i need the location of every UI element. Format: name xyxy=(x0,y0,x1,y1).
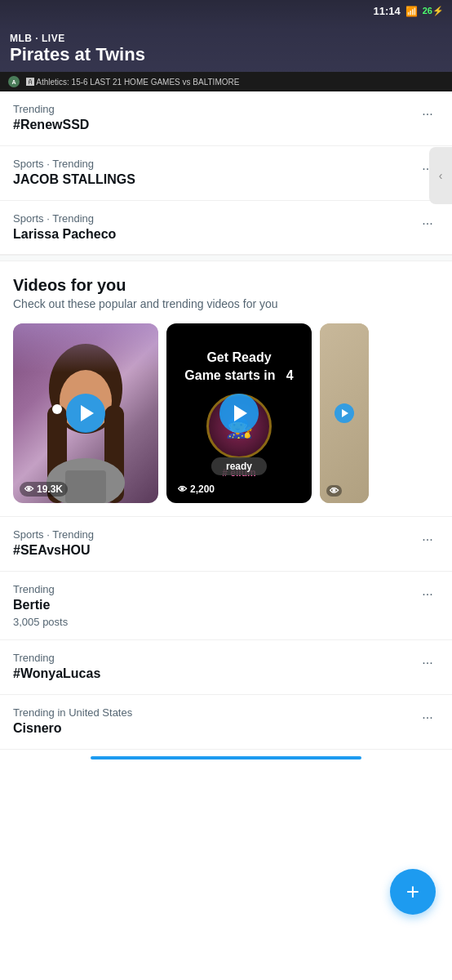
mlb-label: MLB · LIVE xyxy=(10,33,65,44)
videos-section: Videos for you Check out these popular a… xyxy=(0,261,452,517)
trending-item-1[interactable]: Trending #RenewSSD ··· xyxy=(0,91,452,146)
trending-category-2: Sports · Trending xyxy=(13,158,416,170)
time-display: 11:14 xyxy=(374,5,401,17)
ticker-text: 🅰 Athletics: 15-6 LAST 21 HOME GAMES vs … xyxy=(26,78,239,87)
header-banner: 11:14 📶 26⚡ MLB · LIVE Pirates at Twins xyxy=(0,0,452,72)
more-button-4[interactable]: ··· xyxy=(416,528,439,551)
more-button-3[interactable]: ··· xyxy=(416,212,439,235)
view-count-1: 👁 19.3K xyxy=(20,482,68,497)
videos-header: Videos for you Check out these popular a… xyxy=(0,274,452,314)
trending-item-4[interactable]: Sports · Trending #SEAvsHOU ··· xyxy=(0,517,452,572)
view-count-2: 👁 2,200 xyxy=(173,482,219,497)
trending-title-5: Bertie xyxy=(13,597,416,614)
status-bar: 11:14 📶 26⚡ xyxy=(374,5,445,17)
trending-category-1: Trending xyxy=(13,103,416,115)
battery-display: 26⚡ xyxy=(423,6,444,16)
video-card-3[interactable]: 👁 xyxy=(320,323,369,503)
trending-category-6: Trending xyxy=(13,652,416,664)
more-button-1[interactable]: ··· xyxy=(416,103,439,126)
trending-category-7: Trending in United States xyxy=(13,706,416,719)
ready-button[interactable]: ready xyxy=(211,457,267,475)
mlb-live-badge[interactable]: MLB · LIVE xyxy=(10,33,442,44)
videos-title: Videos for you xyxy=(13,274,439,296)
trending-item-7[interactable]: Trending in United States Cisnero ··· xyxy=(0,695,452,750)
view-count-3: 👁 xyxy=(326,485,342,497)
trending-title-1: #RenewSSD xyxy=(13,117,416,134)
trending-category-5: Trending xyxy=(13,583,416,595)
fab-compose-button[interactable]: + xyxy=(390,869,436,915)
svg-rect-6 xyxy=(65,470,106,503)
game-title: Pirates at Twins xyxy=(10,44,442,65)
videos-subtitle: Check out these popular and trending vid… xyxy=(13,297,439,310)
play-button-3-partial[interactable] xyxy=(335,403,354,423)
trending-title-3: Larissa Pacheco xyxy=(13,226,416,243)
videos-scroll-container[interactable]: 👁 19.3K Get ReadyGame starts in 4 🧙 # el… xyxy=(0,314,452,506)
eye-icon-1: 👁 xyxy=(24,484,33,494)
video-card-2[interactable]: Get ReadyGame starts in 4 🧙 # ellum 👁 2,… xyxy=(166,323,312,503)
team-logo: A xyxy=(8,76,20,87)
trending-item-5[interactable]: Trending Bertie 3,005 posts ··· xyxy=(0,572,452,640)
trending-title-7: Cisnero xyxy=(13,720,416,737)
eye-icon-3: 👁 xyxy=(330,486,339,496)
section-separator-1 xyxy=(0,255,452,261)
trending-category-4: Sports · Trending xyxy=(13,528,416,541)
bottom-indicator xyxy=(91,756,361,760)
more-button-7[interactable]: ··· xyxy=(416,706,439,729)
trending-posts-5: 3,005 posts xyxy=(13,616,416,628)
trending-category-3: Sports · Trending xyxy=(13,212,416,225)
trending-item-6[interactable]: Trending #WonyaLucas ··· xyxy=(0,640,452,695)
svg-point-5 xyxy=(52,404,62,414)
trending-title-2: JACOB STALLINGS xyxy=(13,172,416,189)
game-ready-text: Get ReadyGame starts in 4 xyxy=(184,349,293,385)
wifi-icon: 📶 xyxy=(405,6,418,17)
more-button-6[interactable]: ··· xyxy=(416,652,439,675)
more-button-5[interactable]: ··· xyxy=(416,583,439,606)
play-button-1[interactable] xyxy=(66,394,105,433)
sidebar-tab[interactable]: ‹ xyxy=(429,147,452,204)
main-content: Trending #RenewSSD ··· Sports · Trending… xyxy=(0,91,452,760)
play-triangle-icon-2 xyxy=(234,405,247,421)
sidebar-arrow-icon: ‹ xyxy=(439,169,443,182)
trending-item-3[interactable]: Sports · Trending Larissa Pacheco ··· xyxy=(0,201,452,256)
fab-plus-icon: + xyxy=(406,880,419,903)
trending-title-6: #WonyaLucas xyxy=(13,666,416,683)
play-triangle-icon xyxy=(81,405,94,421)
trending-item-2[interactable]: Sports · Trending JACOB STALLINGS ··· xyxy=(0,146,452,201)
score-ticker: A 🅰 Athletics: 15-6 LAST 21 HOME GAMES v… xyxy=(0,72,452,91)
play-button-2[interactable] xyxy=(219,394,259,433)
trending-title-4: #SEAvsHOU xyxy=(13,542,416,559)
play-triangle-icon-3 xyxy=(342,409,348,417)
eye-icon-2: 👁 xyxy=(178,484,187,494)
video-card-1[interactable]: 👁 19.3K xyxy=(13,323,158,503)
